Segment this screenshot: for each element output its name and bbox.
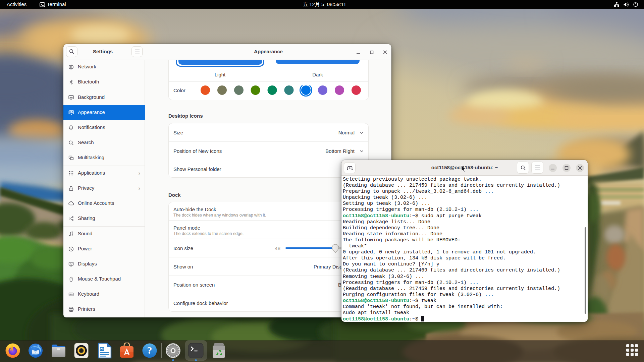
svg-text:?: ? — [147, 345, 152, 356]
